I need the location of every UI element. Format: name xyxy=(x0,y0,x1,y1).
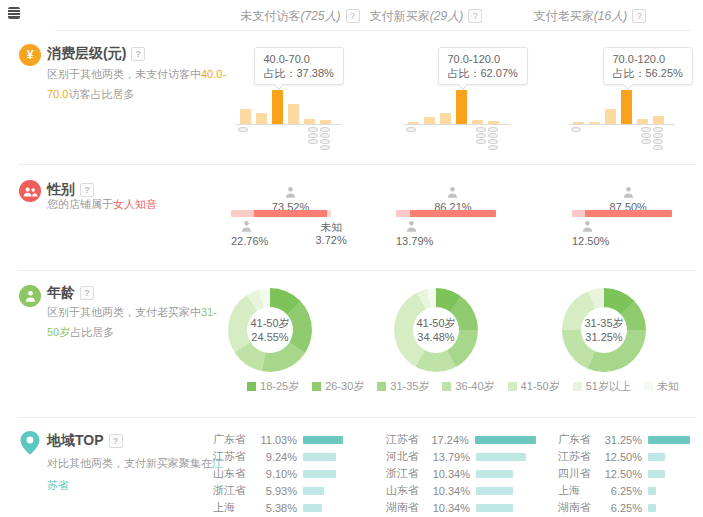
divider xyxy=(18,164,695,165)
coin-stack-icon xyxy=(653,127,663,150)
region-name: 上海 xyxy=(558,483,602,498)
region-row[interactable]: 河北省13.79% xyxy=(386,448,536,465)
region-bar xyxy=(476,453,526,461)
section-desc-gender: 您的店铺属于女人知音 xyxy=(47,194,229,214)
help-icon[interactable]: ? xyxy=(131,47,145,61)
unknown-percent: 3.72% xyxy=(313,234,349,247)
region-percent: 6.25% xyxy=(602,485,642,497)
axis-line xyxy=(404,124,510,125)
audience-compare-page: 未支付访客(725人)? 支付新买家(29人)? 支付老买家(16人)? ¥ 消… xyxy=(0,0,703,517)
bar[interactable] xyxy=(240,109,251,124)
region-row[interactable]: 浙江省5.93% xyxy=(213,482,363,499)
consumption-chart-unpaid[interactable]: 40.0-70.0占比：37.38% xyxy=(232,45,382,145)
age-donut-old[interactable]: 31-35岁31.25% xyxy=(562,288,646,372)
coin-icon xyxy=(476,127,486,132)
menu-icon[interactable] xyxy=(8,7,20,19)
legend-item[interactable]: 未知 xyxy=(644,379,679,394)
consumption-chart-new[interactable]: 70.0-120.0占比：62.07% xyxy=(400,45,550,145)
consumption-chart-old[interactable]: 70.0-120.0占比：56.25% xyxy=(565,45,703,145)
legend-item[interactable]: 26-30岁 xyxy=(312,379,364,394)
bar[interactable] xyxy=(440,113,451,124)
bar[interactable] xyxy=(456,90,467,124)
desc-highlight: 女人知音 xyxy=(113,198,157,210)
help-icon[interactable]: ? xyxy=(346,9,360,23)
age-donut-new[interactable]: 41-50岁34.48% xyxy=(394,288,478,372)
desc-text: 占比居多 xyxy=(70,326,114,338)
column-header-label: 支付新买家 xyxy=(370,9,430,23)
gender-chart-new[interactable]: 86.21%13.79% xyxy=(396,183,546,249)
gender-bar[interactable] xyxy=(396,210,496,217)
region-row[interactable]: 上海5.38% xyxy=(213,499,363,516)
bar[interactable] xyxy=(653,116,664,124)
region-row[interactable]: 山东省9.10% xyxy=(213,465,363,482)
female-icon xyxy=(266,186,316,200)
male-segment xyxy=(572,210,585,217)
region-row[interactable]: 广东省31.25% xyxy=(558,431,703,448)
age-donut-unpaid[interactable]: 41-50岁24.55% xyxy=(228,288,312,372)
male-percent: 22.76% xyxy=(231,235,277,247)
region-row[interactable]: 江苏省12.50% xyxy=(558,448,703,465)
legend-item[interactable]: 36-40岁 xyxy=(442,379,494,394)
region-row[interactable]: 江苏省9.24% xyxy=(213,448,363,465)
gender-bar[interactable] xyxy=(231,210,331,217)
tooltip: 70.0-120.0占比：62.07% xyxy=(438,47,528,85)
legend-item[interactable]: 31-35岁 xyxy=(377,379,429,394)
region-row[interactable]: 湖南省6.25% xyxy=(558,499,703,516)
column-header-label: 未支付访客 xyxy=(240,9,300,23)
bar[interactable] xyxy=(288,104,299,124)
region-bar xyxy=(303,453,336,461)
region-row[interactable]: 湖南省10.34% xyxy=(386,499,536,516)
region-list-old: 广东省31.25%江苏省12.50%四川省12.50%上海6.25%湖南省6.2… xyxy=(558,431,703,516)
region-row[interactable]: 上海6.25% xyxy=(558,482,703,499)
legend-swatch xyxy=(442,382,451,391)
gender-bar[interactable] xyxy=(572,210,672,217)
region-bar xyxy=(303,470,336,478)
region-list-new: 江苏省17.24%河北省13.79%浙江省10.34%山东省10.34%湖南省1… xyxy=(386,431,536,516)
region-row[interactable]: 山东省10.34% xyxy=(386,482,536,499)
tooltip: 40.0-70.0占比：37.38% xyxy=(254,47,344,85)
region-bar xyxy=(648,453,665,461)
tooltip-caret-icon xyxy=(622,78,633,89)
bar[interactable] xyxy=(424,117,435,124)
help-icon[interactable]: ? xyxy=(109,434,123,448)
region-percent: 10.34% xyxy=(430,485,470,497)
region-bar xyxy=(475,436,536,444)
help-icon[interactable]: ? xyxy=(80,286,94,300)
region-percent: 12.50% xyxy=(602,451,642,463)
region-row[interactable]: 四川省12.50% xyxy=(558,465,703,482)
coin-icon xyxy=(320,139,330,144)
bar[interactable] xyxy=(272,90,283,124)
female-icon xyxy=(428,186,478,200)
region-bar xyxy=(648,470,665,478)
gender-chart-unpaid[interactable]: 73.52%22.76%未知3.72% xyxy=(231,183,381,249)
tooltip-share: 占比：62.07% xyxy=(448,66,518,80)
desc-text: 访客占比居多 xyxy=(68,88,134,100)
gender-chart-old[interactable]: 87.50%12.50% xyxy=(572,183,703,249)
bar[interactable] xyxy=(256,113,267,124)
help-icon[interactable]: ? xyxy=(468,9,482,23)
bar[interactable] xyxy=(605,109,616,124)
region-name: 山东省 xyxy=(386,483,430,498)
coin-icon xyxy=(641,133,651,138)
donut-center-label: 41-50岁34.48% xyxy=(394,288,478,372)
male-icon xyxy=(240,220,277,234)
section-title-text: 地域TOP xyxy=(47,432,104,448)
donut-age-label: 41-50岁 xyxy=(416,316,455,330)
region-percent: 5.93% xyxy=(257,485,297,497)
bar[interactable] xyxy=(621,90,632,124)
coin-icon xyxy=(320,127,330,132)
legend-label: 31-35岁 xyxy=(390,379,429,394)
region-row[interactable]: 广东省11.03% xyxy=(213,431,363,448)
axis-line xyxy=(569,124,675,125)
help-icon[interactable]: ? xyxy=(632,9,646,23)
legend-item[interactable]: 18-25岁 xyxy=(247,379,299,394)
region-row[interactable]: 江苏省17.24% xyxy=(386,431,536,448)
region-percent: 12.50% xyxy=(602,468,642,480)
region-bar xyxy=(648,436,690,444)
section-title-age: 年龄? xyxy=(47,284,94,302)
region-row[interactable]: 浙江省10.34% xyxy=(386,465,536,482)
desc-text: 对比其他两类，支付新买家聚集在 xyxy=(47,457,212,469)
donut-age-label: 31-35岁 xyxy=(584,316,623,330)
legend-item[interactable]: 41-50岁 xyxy=(508,379,560,394)
legend-item[interactable]: 51岁以上 xyxy=(573,379,631,394)
